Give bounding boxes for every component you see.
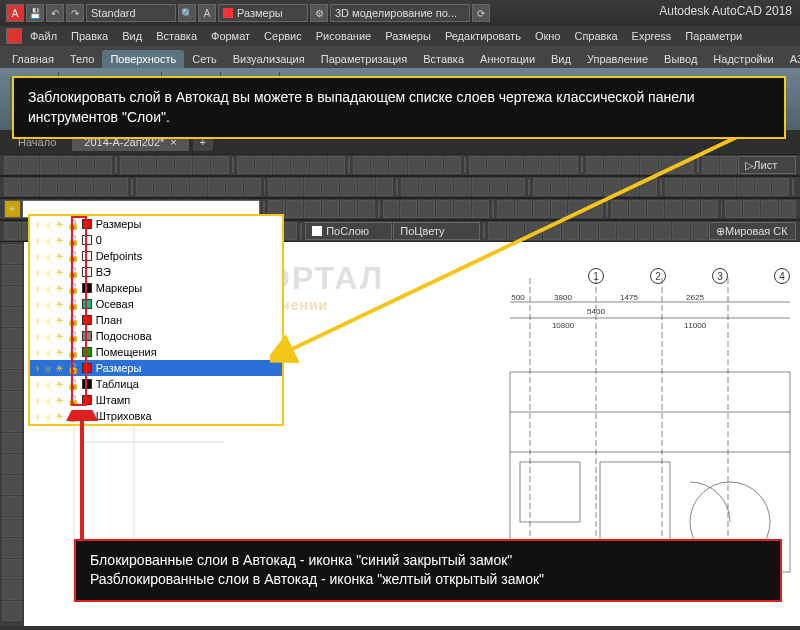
dim-style-dropdown[interactable]: Размеры: [218, 4, 308, 22]
layer-color-swatch[interactable]: [82, 331, 92, 341]
toolbar-button[interactable]: [779, 200, 796, 218]
layer-row[interactable]: ♀☼☀🔓Маркеры: [30, 280, 282, 296]
freeze-icon[interactable]: ☼: [44, 267, 53, 278]
lock-open-icon[interactable]: 🔓: [67, 251, 79, 262]
workspace-icon[interactable]: ⚙: [310, 4, 328, 22]
vp-freeze-icon[interactable]: ☀: [55, 219, 64, 230]
vp-freeze-icon[interactable]: ☀: [55, 379, 64, 390]
freeze-icon[interactable]: ☼: [44, 251, 53, 262]
tab-surface[interactable]: Поверхность: [102, 50, 184, 68]
vp-freeze-icon[interactable]: ☀: [55, 267, 64, 278]
layer-color-swatch[interactable]: [82, 299, 92, 309]
menu-draw[interactable]: Рисование: [310, 28, 377, 44]
draw-tool-button[interactable]: [2, 475, 22, 495]
lock-open-icon[interactable]: 🔓: [67, 299, 79, 310]
lightbulb-icon[interactable]: ♀: [34, 379, 42, 390]
tab-annotate[interactable]: Аннотации: [472, 50, 543, 68]
freeze-icon[interactable]: ☼: [44, 331, 53, 342]
toolbar-button[interactable]: [157, 156, 174, 174]
tab-addins[interactable]: Надстройки: [705, 50, 781, 68]
toolbar-button[interactable]: [139, 156, 156, 174]
layer-color-swatch[interactable]: [82, 251, 92, 261]
draw-tool-button[interactable]: [2, 601, 22, 621]
layer-row[interactable]: ♀☼☀🔓Подоснова: [30, 328, 282, 344]
toolbar-button[interactable]: [94, 178, 111, 196]
freeze-icon[interactable]: ☼: [44, 299, 53, 310]
draw-tool-button[interactable]: [2, 580, 22, 600]
lock-open-icon[interactable]: 🔓: [67, 347, 79, 358]
workspace-dropdown[interactable]: 3D моделирование по...: [330, 4, 470, 22]
toolbar-button[interactable]: [111, 178, 128, 196]
toolbar-button[interactable]: [22, 178, 39, 196]
save-icon[interactable]: 💾: [26, 4, 44, 22]
menu-express[interactable]: Express: [626, 28, 678, 44]
tab-a360[interactable]: A360: [782, 50, 800, 68]
layer-color-swatch[interactable]: [82, 267, 92, 277]
toolbar-button[interactable]: [172, 178, 189, 196]
layer-row[interactable]: ♀☼☀🔓Таблица: [30, 376, 282, 392]
tab-manage[interactable]: Управление: [579, 50, 656, 68]
tab-visualize[interactable]: Визуализация: [225, 50, 313, 68]
tab-insert[interactable]: Вставка: [415, 50, 472, 68]
lightbulb-icon[interactable]: ♀: [34, 395, 42, 406]
layer-dropdown-list[interactable]: ♀☼☀🔒Размеры♀☼☀🔓0♀☼☀🔓Defpoints♀☼☀🔓ВЭ♀☼☀🔓М…: [28, 214, 284, 426]
tab-view[interactable]: Вид: [543, 50, 579, 68]
layer-properties-icon[interactable]: ☀: [4, 200, 21, 218]
draw-tool-button[interactable]: [2, 307, 22, 327]
draw-tool-button[interactable]: [2, 370, 22, 390]
vp-freeze-icon[interactable]: ☀: [55, 331, 64, 342]
vp-freeze-icon[interactable]: ☀: [55, 235, 64, 246]
tab-output[interactable]: Вывод: [656, 50, 705, 68]
menu-file[interactable]: Файл: [24, 28, 63, 44]
freeze-icon[interactable]: ☼: [44, 283, 53, 294]
layer-color-swatch[interactable]: [82, 235, 92, 245]
menu-help[interactable]: Справка: [568, 28, 623, 44]
layer-color-swatch[interactable]: [82, 283, 92, 293]
toolbar-button[interactable]: [40, 178, 57, 196]
lock-open-icon[interactable]: 🔓: [67, 235, 79, 246]
freeze-icon[interactable]: ☼: [44, 219, 53, 230]
freeze-icon[interactable]: ☼: [44, 363, 53, 374]
toolbar-button[interactable]: [40, 156, 57, 174]
freeze-icon[interactable]: ☼: [44, 411, 53, 422]
tab-solid[interactable]: Тело: [62, 50, 103, 68]
menu-insert[interactable]: Вставка: [150, 28, 203, 44]
layer-row[interactable]: ♀☼☀🔓План: [30, 312, 282, 328]
lightbulb-icon[interactable]: ♀: [34, 299, 42, 310]
draw-tool-button[interactable]: [2, 496, 22, 516]
toolbar-button[interactable]: [211, 156, 228, 174]
draw-tool-button[interactable]: [2, 286, 22, 306]
vp-freeze-icon[interactable]: ☀: [55, 299, 64, 310]
style-icon[interactable]: A: [198, 4, 216, 22]
layer-row[interactable]: ♀☼☀🔓Штамп: [30, 392, 282, 408]
vp-freeze-icon[interactable]: ☀: [55, 363, 64, 374]
find-icon[interactable]: 🔍: [178, 4, 196, 22]
lightbulb-icon[interactable]: ♀: [34, 411, 42, 422]
toolbar-button[interactable]: [136, 178, 153, 196]
undo-icon[interactable]: ↶: [46, 4, 64, 22]
freeze-icon[interactable]: ☼: [44, 395, 53, 406]
layer-color-swatch[interactable]: [82, 347, 92, 357]
lock-open-icon[interactable]: 🔓: [67, 379, 79, 390]
lightbulb-icon[interactable]: ♀: [34, 347, 42, 358]
toolbar-button[interactable]: [59, 156, 76, 174]
draw-tool-button[interactable]: [2, 244, 22, 264]
toolbar-button[interactable]: [58, 178, 75, 196]
toolbar-button[interactable]: [193, 156, 210, 174]
lock-open-icon[interactable]: 🔓: [67, 395, 79, 406]
toolbar-button[interactable]: [22, 156, 39, 174]
menu-format[interactable]: Формат: [205, 28, 256, 44]
layer-row[interactable]: ♀☼☀🔒Размеры: [30, 216, 282, 232]
draw-tool-button[interactable]: [2, 349, 22, 369]
lightbulb-icon[interactable]: ♀: [34, 219, 42, 230]
lock-open-icon[interactable]: 🔓: [67, 267, 79, 278]
lightbulb-icon[interactable]: ♀: [34, 363, 42, 374]
lightbulb-icon[interactable]: ♀: [34, 315, 42, 326]
vp-freeze-icon[interactable]: ☀: [55, 251, 64, 262]
menu-edit[interactable]: Правка: [65, 28, 114, 44]
app-icon[interactable]: [6, 28, 22, 44]
toolbar-button[interactable]: [77, 156, 94, 174]
draw-tool-button[interactable]: [2, 433, 22, 453]
freeze-icon[interactable]: ☼: [44, 379, 53, 390]
draw-tool-button[interactable]: [2, 412, 22, 432]
